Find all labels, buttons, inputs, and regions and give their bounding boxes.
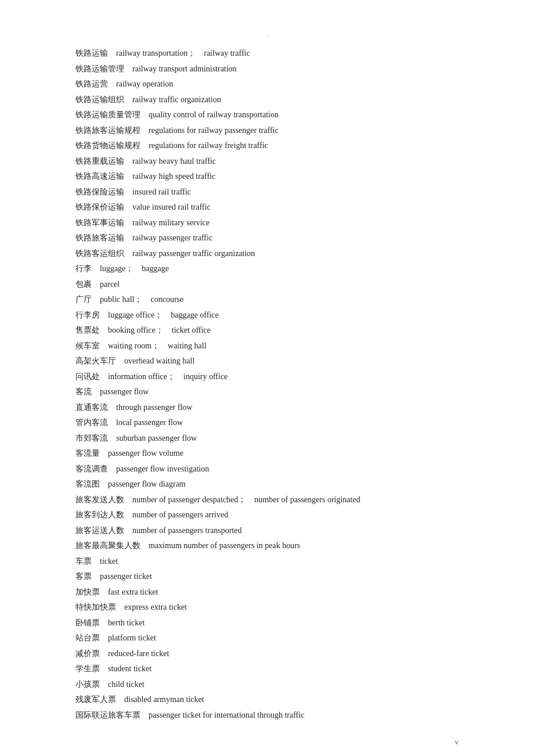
chinese-term: 卧铺票 — [75, 618, 100, 627]
english-term: local passenger flow — [116, 418, 183, 427]
list-item: 候车室 waiting room； waiting hall — [75, 339, 459, 354]
english-term: luggage office； baggage office — [108, 311, 219, 319]
english-term: public hall； concourse — [100, 295, 183, 304]
list-item: 铁路运输组织 railway traffic organization — [75, 93, 459, 107]
chinese-term: 客票 — [75, 572, 92, 581]
english-term: through passenger flow — [116, 403, 192, 412]
chinese-term: 客流调查 — [75, 465, 108, 473]
chinese-term: 铁路保价运输 — [75, 203, 124, 211]
list-item: 铁路保险运输 insured rail traffic — [75, 185, 459, 200]
list-item: 高架火车厅 overhead waiting hall — [75, 354, 459, 369]
english-term: platform ticket — [108, 633, 156, 642]
chinese-term: 站台票 — [75, 633, 100, 642]
english-term: insured rail traffic — [132, 188, 191, 196]
chinese-term: 铁路运营 — [75, 80, 108, 88]
list-item: 车票 ticket — [75, 555, 459, 569]
chinese-term: 旅客到达人数 — [75, 510, 124, 519]
english-term: passenger ticket for international throu… — [149, 711, 304, 719]
chinese-term: 小孩票 — [75, 680, 100, 689]
chinese-term: 车票 — [75, 557, 92, 566]
list-item: 包裹 parcel — [75, 278, 459, 292]
list-item: 行李 luggage； baggage — [75, 262, 459, 276]
list-item: 小孩票 child ticket — [75, 678, 459, 692]
english-term: railway transport administration — [132, 64, 237, 73]
page: · 铁路运输 railway transportation； railway t… — [0, 0, 534, 756]
chinese-term: 旅客发送人数 — [75, 495, 124, 504]
list-item: 旅客运送人数 number of passengers transported — [75, 524, 459, 538]
english-term: railway passenger traffic organization — [132, 249, 255, 258]
list-item: 直通客流 through passenger flow — [75, 401, 459, 415]
english-term: railway transportation； railway traffic — [116, 49, 250, 57]
list-item: 客流调查 passenger flow investigation — [75, 462, 459, 477]
list-item: 减价票 reduced-fare ticket — [75, 647, 459, 661]
chinese-term: 旅客最高聚集人数 — [75, 541, 140, 550]
entries-list: 铁路运输 railway transportation； railway tra… — [75, 46, 459, 722]
english-term: passenger flow investigation — [116, 465, 209, 473]
chinese-term: 铁路运输管理 — [75, 64, 124, 73]
english-term: regulations for railway freight traffic — [149, 141, 268, 150]
chinese-term: 市郊客流 — [75, 434, 108, 442]
list-item: 铁路军事运输 railway military service — [75, 216, 459, 231]
english-term: railway traffic organization — [132, 95, 221, 104]
chinese-term: 铁路运输质量管理 — [75, 110, 140, 119]
list-item: 加快票 fast extra ticket — [75, 585, 459, 600]
chinese-term: 包裹 — [75, 280, 92, 289]
chinese-term: 客流 — [75, 387, 92, 396]
list-item: 铁路运输管理 railway transport administration — [75, 62, 459, 77]
chinese-term: 铁路重载运输 — [75, 157, 124, 165]
list-item: 铁路运输 railway transportation； railway tra… — [75, 46, 459, 61]
english-term: maximum number of passengers in peak hou… — [149, 541, 300, 550]
chinese-term: 管内客流 — [75, 418, 108, 427]
chinese-term: 铁路客运组织 — [75, 249, 124, 258]
chinese-term: 客流图 — [75, 480, 100, 488]
list-item: 客流图 passenger flow diagram — [75, 477, 459, 492]
chinese-term: 残废军人票 — [75, 695, 116, 704]
list-item: 客票 passenger ticket — [75, 570, 459, 584]
english-term: number of passenger despatched； number o… — [132, 495, 360, 504]
list-item: 学生票 student ticket — [75, 662, 459, 676]
list-item: 国际联运旅客车票 passenger ticket for internatio… — [75, 708, 459, 723]
chinese-term: 铁路保险运输 — [75, 188, 124, 196]
list-item: 铁路旅客运输 railway passenger traffic — [75, 231, 459, 246]
english-term: regulations for railway passenger traffi… — [149, 126, 279, 135]
english-term: child ticket — [108, 680, 145, 689]
list-item: 铁路旅客运输规程 regulations for railway passeng… — [75, 124, 459, 138]
list-item: 行李房 luggage office； baggage office — [75, 308, 459, 323]
english-term: passenger flow — [100, 387, 149, 396]
english-term: waiting room； waiting hall — [108, 341, 207, 350]
english-term: reduced-fare ticket — [108, 649, 169, 658]
english-term: passenger ticket — [100, 572, 152, 581]
page-number: v — [455, 737, 459, 747]
top-dot: · — [267, 32, 269, 41]
chinese-term: 直通客流 — [75, 403, 108, 412]
english-term: railway passenger traffic — [132, 233, 212, 242]
chinese-term: 行李 — [75, 264, 92, 273]
english-term: quality control of railway transportatio… — [149, 110, 279, 119]
list-item: 客流量 passenger flow volume — [75, 447, 459, 461]
english-term: express extra ticket — [124, 603, 187, 611]
english-term: suburban passenger flow — [116, 434, 197, 442]
english-term: berth ticket — [108, 618, 145, 627]
chinese-term: 候车室 — [75, 341, 100, 350]
list-item: 广厅 public hall； concourse — [75, 293, 459, 307]
english-term: railway high speed traffic — [132, 172, 215, 181]
list-item: 售票处 booking office； ticket office — [75, 323, 459, 338]
english-term: passenger flow volume — [108, 449, 183, 458]
chinese-term: 客流量 — [75, 449, 100, 458]
english-term: overhead waiting hall — [124, 357, 194, 365]
english-term: disabled armyman ticket — [124, 695, 204, 704]
chinese-term: 减价票 — [75, 649, 100, 658]
english-term: railway operation — [116, 80, 173, 88]
chinese-term: 铁路军事运输 — [75, 218, 124, 227]
list-item: 旅客发送人数 number of passenger despatched； n… — [75, 493, 459, 507]
list-item: 特快加快票 express extra ticket — [75, 600, 459, 615]
english-term: passenger flow diagram — [108, 480, 186, 488]
list-item: 残废军人票 disabled armyman ticket — [75, 693, 459, 707]
chinese-term: 铁路高速运输 — [75, 172, 124, 181]
chinese-term: 铁路运输 — [75, 49, 108, 57]
chinese-term: 旅客运送人数 — [75, 526, 124, 535]
english-term: railway heavy haul traffic — [132, 157, 216, 165]
list-item: 旅客到达人数 number of passengers arrived — [75, 508, 459, 523]
chinese-term: 铁路运输组织 — [75, 95, 124, 104]
english-term: information office； inquiry office — [108, 372, 228, 381]
